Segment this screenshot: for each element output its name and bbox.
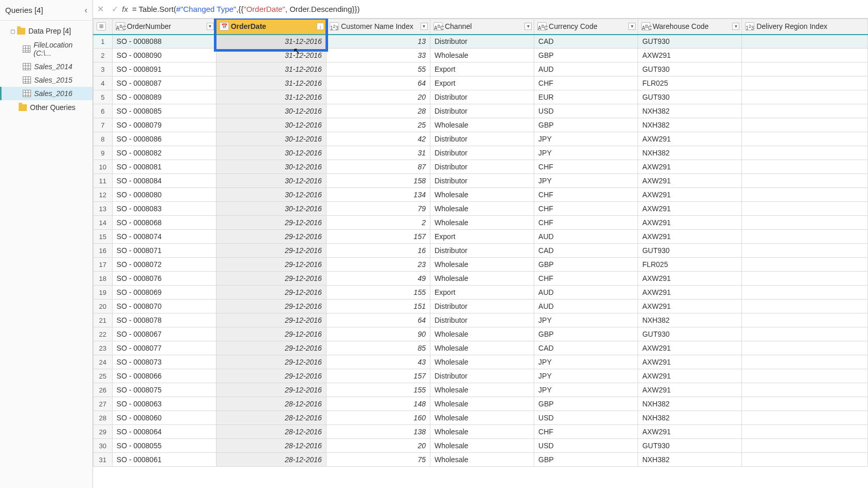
table-row[interactable]: 29SO - 000806428-12-2016138WholesaleCHFA… — [94, 425, 868, 439]
table-row[interactable]: 21SO - 000807829-12-201664DistributorJPY… — [94, 313, 868, 327]
cell-customer-index[interactable]: 49 — [326, 272, 430, 286]
cell-warehouse[interactable]: AXW291 — [638, 174, 742, 188]
cell-channel[interactable]: Export — [430, 230, 534, 244]
cell-currency[interactable]: AUD — [534, 286, 638, 300]
cell-channel[interactable]: Wholesale — [430, 397, 534, 411]
table-row[interactable]: 14SO - 000806829-12-20162WholesaleCHFAXW… — [94, 216, 868, 230]
cell-orderdate[interactable]: 31-12-2016 — [216, 76, 326, 90]
table-row[interactable]: 11SO - 000808430-12-2016158DistributorJP… — [94, 174, 868, 188]
cell-ordernumber[interactable]: SO - 0008077 — [112, 341, 216, 355]
cell-orderdate[interactable]: 31-12-2016 — [216, 62, 326, 76]
query-item-sales-2015[interactable]: Sales_2015 — [0, 73, 92, 87]
cell-ordernumber[interactable]: SO - 0008061 — [112, 453, 216, 467]
cell-ordernumber[interactable]: SO - 0008086 — [112, 132, 216, 146]
cell-currency[interactable]: JPY — [534, 132, 638, 146]
row-number[interactable]: 4 — [94, 76, 113, 90]
cell-channel[interactable]: Distributor — [430, 313, 534, 327]
table-row[interactable]: 20SO - 000807029-12-2016151DistributorAU… — [94, 300, 868, 313]
cell-orderdate[interactable]: 28-12-2016 — [216, 425, 326, 439]
column-header-warehouse[interactable]: ABC Warehouse Code — [638, 19, 742, 35]
cell-channel[interactable]: Wholesale — [430, 216, 534, 230]
cell-customer-index[interactable]: 2 — [326, 216, 430, 230]
cell-delivery-region[interactable] — [742, 286, 868, 300]
cell-delivery-region[interactable] — [742, 300, 868, 313]
cell-warehouse[interactable]: AXW291 — [638, 230, 742, 244]
table-row[interactable]: 22SO - 000806729-12-201690WholesaleGBPGU… — [94, 327, 868, 341]
row-number[interactable]: 9 — [94, 146, 113, 160]
cell-orderdate[interactable]: 29-12-2016 — [216, 286, 326, 300]
cell-channel[interactable]: Distributor — [430, 132, 534, 146]
cell-delivery-region[interactable] — [742, 425, 868, 439]
cell-channel[interactable]: Wholesale — [430, 272, 534, 286]
cell-delivery-region[interactable] — [742, 202, 868, 216]
cell-customer-index[interactable]: 16 — [326, 244, 430, 258]
cell-channel[interactable]: Wholesale — [430, 202, 534, 216]
query-item-sales-2016[interactable]: Sales_2016 — [0, 87, 92, 100]
row-number[interactable]: 5 — [94, 90, 113, 104]
table-row[interactable]: 6SO - 000808530-12-201628DistributorUSDN… — [94, 104, 868, 118]
cell-orderdate[interactable]: 29-12-2016 — [216, 272, 326, 286]
cell-ordernumber[interactable]: SO - 0008090 — [112, 49, 216, 62]
cell-ordernumber[interactable]: SO - 0008085 — [112, 104, 216, 118]
cell-warehouse[interactable]: NXH382 — [638, 146, 742, 160]
cell-warehouse[interactable]: GUT930 — [638, 35, 742, 49]
filter-dropdown-icon[interactable] — [421, 23, 428, 30]
cell-currency[interactable]: USD — [534, 411, 638, 425]
cell-customer-index[interactable]: 28 — [326, 104, 430, 118]
row-number[interactable]: 10 — [94, 160, 113, 174]
cell-currency[interactable]: JPY — [534, 174, 638, 188]
cell-currency[interactable]: CHF — [534, 160, 638, 174]
cell-delivery-region[interactable] — [742, 258, 868, 272]
cell-customer-index[interactable]: 85 — [326, 341, 430, 355]
table-row[interactable]: 4SO - 000808731-12-201664ExportCHFFLR025 — [94, 76, 868, 90]
cell-customer-index[interactable]: 42 — [326, 132, 430, 146]
row-number[interactable]: 27 — [94, 397, 113, 411]
filter-dropdown-icon[interactable] — [207, 23, 214, 30]
cell-currency[interactable]: CAD — [534, 244, 638, 258]
cell-currency[interactable]: CHF — [534, 202, 638, 216]
cell-delivery-region[interactable] — [742, 146, 868, 160]
cell-delivery-region[interactable] — [742, 62, 868, 76]
cell-ordernumber[interactable]: SO - 0008088 — [112, 35, 216, 49]
cell-orderdate[interactable]: 29-12-2016 — [216, 216, 326, 230]
cell-orderdate[interactable]: 29-12-2016 — [216, 369, 326, 383]
cell-orderdate[interactable]: 30-12-2016 — [216, 146, 326, 160]
cell-warehouse[interactable]: GUT930 — [638, 62, 742, 76]
table-row[interactable]: 8SO - 000808630-12-201642DistributorJPYA… — [94, 132, 868, 146]
cell-channel[interactable]: Distributor — [430, 369, 534, 383]
cell-delivery-region[interactable] — [742, 49, 868, 62]
cell-delivery-region[interactable] — [742, 104, 868, 118]
cell-currency[interactable]: CHF — [534, 76, 638, 90]
cell-warehouse[interactable]: AXW291 — [638, 216, 742, 230]
cell-orderdate[interactable]: 29-12-2016 — [216, 244, 326, 258]
cell-currency[interactable]: CHF — [534, 425, 638, 439]
cell-warehouse[interactable]: NXH382 — [638, 104, 742, 118]
row-number[interactable]: 8 — [94, 132, 113, 146]
cell-warehouse[interactable]: AXW291 — [638, 272, 742, 286]
table-row[interactable]: 28SO - 000806028-12-2016160WholesaleUSDN… — [94, 411, 868, 425]
cell-ordernumber[interactable]: SO - 0008072 — [112, 258, 216, 272]
cell-warehouse[interactable]: AXW291 — [638, 300, 742, 313]
cell-ordernumber[interactable]: SO - 0008064 — [112, 425, 216, 439]
cell-ordernumber[interactable]: SO - 0008082 — [112, 146, 216, 160]
row-number[interactable]: 20 — [94, 300, 113, 313]
commit-formula-icon[interactable]: ✓ — [107, 4, 122, 14]
cell-customer-index[interactable]: 155 — [326, 383, 430, 397]
cell-delivery-region[interactable] — [742, 439, 868, 453]
table-row[interactable]: 2SO - 000809031-12-201633WholesaleGBPAXW… — [94, 49, 868, 62]
row-number[interactable]: 17 — [94, 258, 113, 272]
cell-delivery-region[interactable] — [742, 341, 868, 355]
cell-channel[interactable]: Export — [430, 286, 534, 300]
cell-channel[interactable]: Distributor — [430, 35, 534, 49]
cell-orderdate[interactable]: 29-12-2016 — [216, 230, 326, 244]
cell-orderdate[interactable]: 28-12-2016 — [216, 453, 326, 467]
cell-ordernumber[interactable]: SO - 0008081 — [112, 160, 216, 174]
cell-delivery-region[interactable] — [742, 272, 868, 286]
cell-ordernumber[interactable]: SO - 0008074 — [112, 230, 216, 244]
cell-customer-index[interactable]: 55 — [326, 62, 430, 76]
cell-ordernumber[interactable]: SO - 0008089 — [112, 90, 216, 104]
cell-customer-index[interactable]: 134 — [326, 188, 430, 202]
group-other-queries[interactable]: Other Queries — [0, 100, 92, 115]
cell-customer-index[interactable]: 33 — [326, 49, 430, 62]
table-row[interactable]: 25SO - 000806629-12-2016157DistributorJP… — [94, 369, 868, 383]
